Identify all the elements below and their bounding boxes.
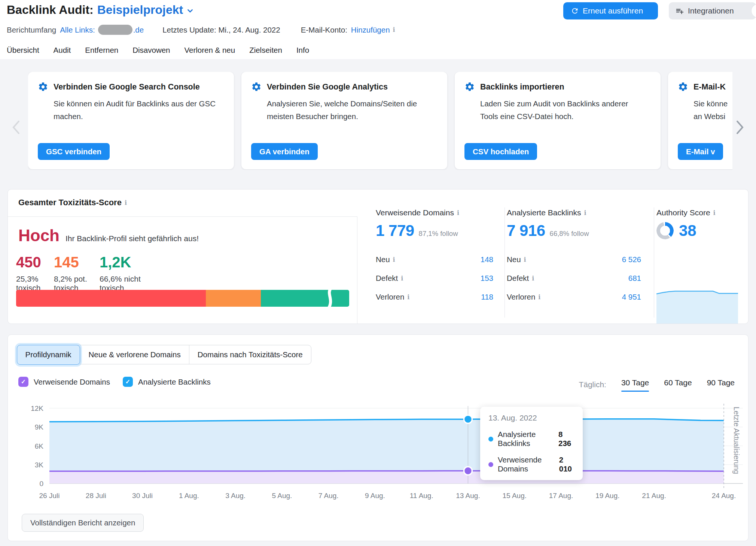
toxicity-groups: 450 25,3% toxisch 145 8,2% pot. toxisch … bbox=[16, 254, 159, 292]
tab-uebersicht[interactable]: Übersicht bbox=[7, 43, 39, 60]
svg-text:9K: 9K bbox=[35, 423, 44, 431]
last-update: Letztes Update: Mi., 24. Aug. 2022 bbox=[162, 25, 280, 34]
info-icon[interactable]: i bbox=[393, 26, 395, 33]
info-icon[interactable]: i bbox=[401, 275, 403, 282]
csv-upload-button[interactable]: CSV hochladen bbox=[464, 143, 537, 160]
info-icon[interactable]: i bbox=[713, 209, 716, 216]
info-icon[interactable]: i bbox=[457, 209, 459, 216]
tab-entfernen[interactable]: Entfernen bbox=[85, 43, 118, 60]
full-report-button[interactable]: Vollständigen Bericht anzeigen bbox=[22, 514, 144, 532]
svg-text:9 Aug.: 9 Aug. bbox=[365, 492, 385, 500]
svg-text:1 Aug.: 1 Aug. bbox=[179, 492, 199, 500]
blurred-domain bbox=[98, 25, 132, 35]
tooltip-series-value: 8 236 bbox=[558, 430, 574, 448]
card-body: Sie können ein Audit für Backlinks aus d… bbox=[54, 97, 218, 123]
toxicity-title-row: Gesamter Toxizitäts-Score i bbox=[18, 198, 127, 207]
card-import: Backlinks importieren Laden Sie zum Audi… bbox=[455, 72, 661, 169]
referring-domains-label: Verweisende Domains bbox=[376, 208, 454, 217]
integrations-button[interactable]: Integrationen bbox=[669, 2, 756, 19]
referring-follow-pct: 87,1% follow bbox=[419, 230, 458, 238]
info-icon[interactable]: i bbox=[393, 256, 395, 263]
tooltip-row: Verweisende Domains 2 010 bbox=[488, 455, 574, 473]
info-icon[interactable]: i bbox=[125, 199, 127, 206]
tab-profildynamik[interactable]: Profildynamik bbox=[17, 345, 80, 365]
card-title: E-Mail-K bbox=[693, 82, 726, 92]
info-icon[interactable]: i bbox=[524, 256, 526, 263]
tab-disavowen[interactable]: Disavowen bbox=[132, 43, 170, 60]
carousel-next-icon[interactable] bbox=[734, 119, 746, 136]
checkbox-checked-icon[interactable]: ✓ bbox=[18, 377, 28, 387]
scope-link[interactable]: Alle Links: bbox=[60, 25, 95, 34]
toxic-count: 450 bbox=[16, 254, 54, 271]
analyzed-backlinks-label: Analysierte Backlinks bbox=[507, 208, 581, 217]
profile-dynamics-chart[interactable]: 03K6K9K12KLetzte Aktualisierung26 Juli28… bbox=[11, 401, 744, 504]
svg-text:3 Aug.: 3 Aug. bbox=[225, 492, 246, 500]
toxic-group: 450 25,3% toxisch bbox=[16, 254, 54, 292]
divider bbox=[654, 207, 654, 318]
info-icon[interactable]: i bbox=[584, 209, 586, 216]
integrations-label: Integrationen bbox=[688, 6, 734, 15]
stat-row-defekt: Defekti 681 bbox=[507, 269, 641, 288]
checkbox-checked-icon[interactable]: ✓ bbox=[123, 377, 133, 387]
playlist-add-icon bbox=[676, 7, 684, 15]
period-30-tage[interactable]: 30 Tage bbox=[621, 378, 649, 391]
card-title: Verbinden Sie Google Analytics bbox=[267, 82, 388, 92]
rerun-button[interactable]: Erneut ausführen bbox=[563, 2, 658, 19]
gear-icon bbox=[38, 82, 48, 92]
info-icon[interactable]: i bbox=[407, 294, 409, 301]
svg-text:15 Aug.: 15 Aug. bbox=[503, 492, 527, 500]
report-meta: Berichtumfang Alle Links: .de Letztes Up… bbox=[7, 25, 395, 35]
toxicity-title: Gesamter Toxizitäts-Score bbox=[18, 198, 122, 207]
info-icon[interactable]: i bbox=[532, 275, 534, 282]
tab-info[interactable]: Info bbox=[296, 43, 309, 60]
referring-domains-column: Verweisende Domainsi 1 779 87,1% follow … bbox=[376, 208, 493, 306]
row-value[interactable]: 153 bbox=[481, 274, 493, 283]
chart-legend: ✓ Verweisende Domains ✓ Analysierte Back… bbox=[18, 377, 211, 387]
period-90-tage[interactable]: 90 Tage bbox=[707, 378, 735, 391]
refresh-icon bbox=[571, 7, 579, 15]
tab-verloren-neu[interactable]: Verloren & neu bbox=[185, 43, 235, 60]
card-body: Sie könne an Websi bbox=[693, 97, 732, 123]
ga-connect-button[interactable]: GA verbinden bbox=[251, 143, 318, 160]
non-toxic-count: 1,2K bbox=[100, 254, 159, 271]
svg-text:7 Aug.: 7 Aug. bbox=[318, 492, 339, 500]
tab-audit[interactable]: Audit bbox=[54, 43, 71, 60]
row-value[interactable]: 6 526 bbox=[622, 255, 641, 264]
rerun-label: Erneut ausführen bbox=[583, 6, 643, 15]
domain-suffix[interactable]: .de bbox=[133, 25, 144, 34]
tab-domains-toxizitaets-score[interactable]: Domains nach Toxizitäts-Score bbox=[189, 345, 311, 364]
legend-label: Analysierte Backlinks bbox=[138, 377, 211, 386]
row-value[interactable]: 118 bbox=[481, 292, 493, 301]
carousel-prev-icon[interactable] bbox=[10, 119, 22, 136]
project-selector[interactable]: Beispielprojekt bbox=[97, 3, 183, 17]
email-connect-button[interactable]: E-Mail v bbox=[678, 143, 723, 160]
legend-analysierte-backlinks[interactable]: ✓ Analysierte Backlinks bbox=[123, 377, 211, 387]
email-add-link[interactable]: Hinzufügen bbox=[351, 25, 390, 34]
row-value[interactable]: 681 bbox=[628, 274, 641, 283]
help-button-cutoff[interactable] bbox=[752, 4, 756, 18]
tooltip-series-value: 2 010 bbox=[559, 455, 574, 473]
analyzed-backlinks-value[interactable]: 7 916 bbox=[507, 222, 545, 240]
row-label: Defekt bbox=[376, 274, 398, 283]
svg-text:26 Juli: 26 Juli bbox=[39, 492, 60, 500]
gsc-connect-button[interactable]: GSC verbinden bbox=[38, 143, 110, 160]
period-60-tage[interactable]: 60 Tage bbox=[664, 378, 692, 391]
legend-verweisende-domains[interactable]: ✓ Verweisende Domains bbox=[18, 377, 110, 387]
gear-icon bbox=[678, 82, 688, 92]
non-toxic-group: 1,2K 66,6% nicht toxisch bbox=[100, 254, 159, 292]
card-title: Verbinden Sie Google Search Console bbox=[54, 82, 200, 92]
toxicity-level-row: Hoch Ihr Backlink-Profil sieht gefährlic… bbox=[18, 226, 199, 245]
toxicity-bar-red bbox=[16, 290, 206, 307]
referring-domains-value[interactable]: 1 779 bbox=[376, 222, 414, 240]
row-value[interactable]: 4 951 bbox=[622, 292, 641, 301]
info-icon[interactable]: i bbox=[538, 294, 540, 301]
row-label: Verloren bbox=[507, 292, 535, 301]
tooltip-row: Analysierte Backlinks 8 236 bbox=[488, 430, 574, 448]
tab-neue-verlorene-domains[interactable]: Neue & verlorene Domains bbox=[80, 345, 189, 364]
svg-text:28 Juli: 28 Juli bbox=[86, 492, 106, 500]
card-body: Analysieren Sie, welche Domains/Seiten d… bbox=[267, 97, 432, 123]
tooltip-series-label: Analysierte Backlinks bbox=[498, 430, 558, 448]
chevron-down-icon[interactable] bbox=[186, 7, 194, 15]
tab-zielseiten[interactable]: Zielseiten bbox=[249, 43, 282, 60]
row-value[interactable]: 148 bbox=[481, 255, 493, 264]
